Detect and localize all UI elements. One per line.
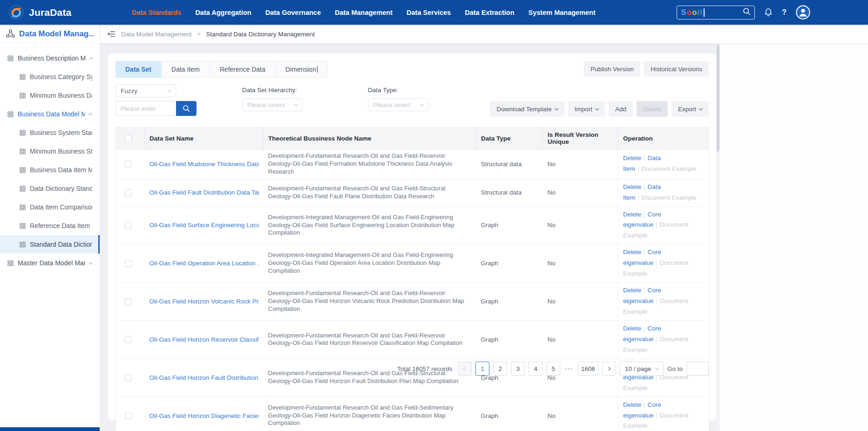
column-header-name: Data Set Name — [145, 128, 264, 149]
row-checkbox[interactable] — [125, 298, 132, 305]
row-checkbox[interactable] — [125, 161, 132, 168]
data-type-select[interactable]: Please select — [368, 98, 428, 111]
sidebar-tree-item[interactable]: Data Dictionary Standa... — [0, 179, 100, 198]
filter-section: Fuzzy Data Set Hierarchy: — [115, 84, 709, 121]
nav-menu-item[interactable]: Data Aggregation — [195, 9, 251, 16]
vertical-scrollbar[interactable] — [716, 43, 720, 431]
hierarchy-select[interactable]: Please select — [242, 98, 303, 111]
download-template-button[interactable]: Download Template — [490, 101, 564, 117]
nav-menu-item[interactable]: Data Services — [407, 9, 451, 16]
row-checkbox[interactable] — [125, 189, 132, 196]
sidebar-tree-item[interactable]: Master Data Model Man... — [0, 254, 100, 272]
sidebar-header: Data Model Manag... — [0, 25, 100, 43]
import-button[interactable]: Import — [568, 101, 605, 117]
sidebar-tree-item[interactable]: Reference Data Item D... — [0, 216, 100, 235]
tab[interactable]: Reference Data — [210, 61, 276, 78]
operation-cell: Delete|Core eigenvalue|Document Example — [618, 397, 709, 431]
row-checkbox[interactable] — [125, 374, 132, 381]
goto-page-input[interactable] — [686, 362, 709, 376]
chevron-down-icon — [595, 106, 599, 110]
nav-menu-item[interactable]: Data Management — [335, 9, 393, 16]
search-text: S o o i l — [681, 8, 702, 16]
tab[interactable]: Dimension — [276, 61, 328, 78]
historical-versions-button[interactable]: Historical Versions — [644, 61, 709, 77]
data-set-name-link[interactable]: Oil-Gas Field Horizon Diagenetic Facies … — [149, 412, 259, 419]
user-avatar[interactable] — [796, 5, 810, 20]
delete-link[interactable]: Delete — [623, 401, 641, 408]
keyword-search-input[interactable] — [115, 101, 176, 116]
breadcrumb-parent[interactable]: Data Model Management — [121, 31, 192, 38]
data-set-name-link[interactable]: Oil-Gas Field Horizon Volcanic Rock Pre.… — [149, 298, 259, 305]
is-unique-value: No — [543, 283, 618, 321]
page-size-select[interactable]: 10 / page — [620, 362, 664, 376]
sidebar-tree-item[interactable]: Data Item Comparison ... — [0, 198, 100, 216]
page-number-button[interactable]: 3 — [511, 362, 525, 376]
page-number-button[interactable]: 1 — [475, 362, 489, 376]
pagination: Total 16057 records 1 2 3 4 — [397, 362, 709, 376]
search-icon[interactable] — [743, 7, 751, 17]
document-example-link: Document Example — [642, 194, 697, 201]
last-page-button[interactable]: 1606 — [578, 362, 598, 376]
delete-link[interactable]: Delete — [623, 325, 641, 332]
data-set-name-link[interactable]: Oil-Gas Field Operation Area Location ..… — [149, 260, 259, 267]
delete-link[interactable]: Delete — [623, 211, 641, 218]
delete-button: Delete — [637, 101, 668, 117]
sidebar-tree-item[interactable]: Business Data Model M... — [0, 105, 100, 123]
sidebar-tree-item[interactable]: Standard Data Dictiona... — [0, 235, 100, 254]
topnav-right-tools: S o o i l ? — [677, 5, 810, 20]
data-set-name-link[interactable]: Oil-Gas Field Mudstone Thickness Data ..… — [149, 161, 259, 168]
data-set-name-link[interactable]: Oil-Gas Field Horizon Fault Distribution… — [149, 374, 259, 381]
chevron-down-icon — [655, 366, 659, 370]
data-set-name-link[interactable]: Oil-Gas Field Horizon Reservoir Classifi… — [149, 336, 259, 343]
match-mode-select[interactable]: Fuzzy — [115, 84, 176, 97]
delete-link[interactable]: Delete — [623, 249, 641, 256]
nav-menu-item[interactable]: Data Standards — [132, 9, 181, 16]
chevron-down-icon — [699, 106, 703, 110]
search-submit-button[interactable] — [176, 101, 197, 116]
grid-icon — [20, 242, 26, 248]
publish-version-button[interactable]: Publish Version — [584, 61, 640, 77]
sidebar-tree-item[interactable]: Business Description Mo... — [0, 49, 100, 67]
operation-cell: Delete|Core eigenvalue|Document Example — [618, 206, 709, 244]
export-button[interactable]: Export — [671, 101, 709, 117]
nav-menu-item[interactable]: Data Governance — [265, 9, 321, 16]
global-search-input[interactable]: S o o i l — [677, 6, 755, 20]
menu-fold-icon[interactable] — [107, 30, 115, 38]
delete-link[interactable]: Delete — [623, 155, 641, 162]
help-icon[interactable]: ? — [782, 8, 787, 17]
sidebar-tree-item[interactable]: Business System Stand... — [0, 123, 100, 142]
data-type-value: Graph — [476, 320, 543, 358]
page-number-button[interactable]: 2 — [493, 362, 507, 376]
notification-bell-icon[interactable] — [764, 8, 773, 17]
tab[interactable]: Data Item — [162, 61, 210, 78]
sidebar-tree-item[interactable]: Business Data Item Me... — [0, 161, 100, 179]
add-button[interactable]: Add — [609, 101, 633, 117]
prev-page-button[interactable] — [458, 362, 472, 376]
table-row: Oil-Gas Field Horizon Diagenetic Facies … — [116, 397, 709, 431]
nav-menu-item[interactable]: System Management — [529, 9, 596, 16]
row-checkbox[interactable] — [125, 336, 132, 343]
page-number-button[interactable]: 5 — [546, 362, 560, 376]
sidebar-item-label: Business Data Model M... — [18, 110, 85, 118]
page-number-button[interactable]: 4 — [529, 362, 542, 376]
scrollbar-thumb[interactable] — [717, 45, 719, 152]
delete-link[interactable]: Delete — [623, 183, 641, 190]
sidebar-tree-item[interactable]: Business Category Syst... — [0, 67, 100, 86]
tab[interactable]: Data Set — [115, 61, 162, 78]
data-set-name-link[interactable]: Oil-Gas Field Surface Engineering Locati… — [149, 222, 259, 229]
row-checkbox[interactable] — [125, 260, 132, 267]
row-checkbox[interactable] — [125, 412, 132, 419]
sidebar-tree-item[interactable]: Minimum Business Dat... — [0, 86, 100, 105]
brand: JuraData — [8, 5, 132, 20]
next-page-button[interactable] — [602, 362, 616, 376]
chevron-down-icon — [89, 260, 93, 264]
sidebar-tree-item[interactable]: Minimum Business Sta... — [0, 142, 100, 161]
select-all-checkbox[interactable] — [125, 135, 132, 142]
table-action-buttons: Download Template Import Add Delete Expo… — [490, 101, 709, 117]
row-checkbox[interactable] — [125, 222, 132, 229]
total-records: Total 16057 records — [397, 365, 453, 372]
nav-menu-item[interactable]: Data Extraction — [465, 9, 514, 16]
data-set-name-link[interactable]: Oil-Gas Field Fault Distribution Data Ta… — [149, 189, 259, 196]
grid-icon — [7, 111, 14, 117]
delete-link[interactable]: Delete — [623, 287, 641, 294]
